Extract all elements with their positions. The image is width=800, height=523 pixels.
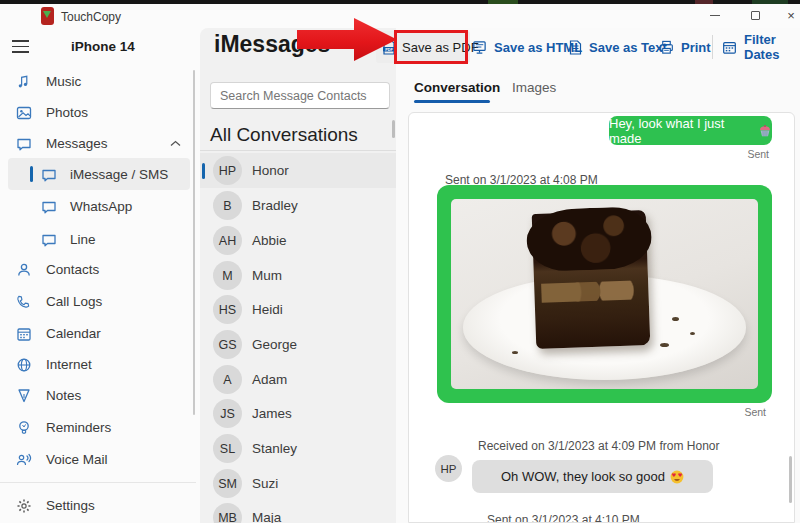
calendar-icon	[15, 325, 32, 342]
avatar: SM	[213, 469, 242, 498]
conversation-row-stanley[interactable]: SL Stanley	[200, 431, 396, 466]
chat-bubble-icon	[40, 198, 57, 215]
music-note-icon	[15, 73, 32, 90]
sidebar-item-voice-mail[interactable]: Voice Mail	[0, 444, 196, 475]
conversation-row-maja[interactable]: MB Maja	[200, 500, 396, 523]
sidebar-item-whatsapp[interactable]: WhatsApp	[0, 191, 196, 222]
chat-bubble-icon	[15, 135, 32, 152]
globe-icon	[15, 356, 32, 373]
avatar: HP	[213, 156, 242, 185]
calendar-filter-icon	[722, 40, 737, 55]
avatar: HP	[435, 455, 462, 482]
chat-bubble-icon	[40, 166, 57, 183]
tab-images[interactable]: Images	[512, 80, 556, 95]
avatar: MB	[213, 503, 242, 523]
sidebar-item-music[interactable]: Music	[0, 66, 196, 97]
brownie-photo	[451, 199, 758, 389]
close-button[interactable]: ×	[776, 4, 800, 26]
avatar: AH	[213, 226, 242, 255]
photos-icon	[15, 104, 32, 121]
sidebar-item-call-logs[interactable]: Call Logs	[0, 286, 196, 317]
voicemail-person-icon	[15, 451, 32, 468]
conversation-row-honor[interactable]: HP Honor	[200, 153, 396, 188]
text-document-icon	[569, 40, 582, 55]
sidebar-item-photos[interactable]: Photos	[0, 97, 196, 128]
maximize-button[interactable]	[740, 4, 770, 26]
annotation-highlight-box	[394, 30, 468, 64]
sent-image-bubble	[437, 185, 772, 403]
cupcake-emoji	[758, 124, 772, 138]
print-button[interactable]: Print	[659, 33, 711, 61]
conversation-row-bradley[interactable]: B Bradley	[200, 188, 396, 223]
conversation-row-suzi[interactable]: SM Suzi	[200, 466, 396, 501]
minimize-button[interactable]	[700, 4, 730, 26]
html-page-icon	[472, 40, 487, 55]
avatar: JS	[213, 399, 242, 428]
section-title: All Conversations	[210, 124, 358, 146]
brownie-graphic	[532, 210, 650, 349]
conversation-row-adam[interactable]: A Adam	[200, 362, 396, 397]
touchcopy-logo-icon	[41, 7, 54, 25]
avatar: GS	[213, 330, 242, 359]
phone-icon	[15, 293, 32, 310]
person-icon	[15, 261, 32, 278]
thread-scrollbar[interactable]	[789, 456, 792, 503]
printer-icon	[659, 40, 674, 55]
sent-message-bubble: Hey, look what I just made	[609, 116, 772, 145]
sidebar-item-internet[interactable]: Internet	[0, 349, 196, 380]
timestamp-caption: Sent on 3/1/2023 at 4:10 PM	[487, 513, 640, 523]
svg-text:♥: ♥	[678, 472, 683, 478]
conversation-row-james[interactable]: JS James	[200, 396, 396, 431]
avatar: HS	[213, 295, 242, 324]
app-title: TouchCopy	[61, 10, 121, 24]
message-status: Sent	[747, 148, 769, 160]
sidebar-item-line[interactable]: Line	[0, 224, 196, 255]
timestamp-caption: Received on 3/1/2023 at 4:09 PM from Hon…	[478, 439, 719, 453]
svg-text:PDF: PDF	[385, 48, 393, 52]
hamburger-menu-icon[interactable]	[12, 40, 29, 53]
heart-eyes-emoji: ♥♥	[670, 470, 684, 484]
message-thread: Hey, look what I just made Sent Sent on …	[408, 112, 795, 523]
svg-text:♥: ♥	[672, 472, 677, 478]
received-message-bubble: Oh WOW, they look so good ♥♥	[472, 460, 713, 493]
touchcopy-window: TouchCopy × iPhone 14 Music Photos Messa…	[0, 0, 800, 523]
save-as-html-button[interactable]: Save as HTML	[472, 33, 582, 61]
save-as-text-button[interactable]: Save as Text	[569, 33, 667, 61]
title-bar: TouchCopy ×	[0, 4, 800, 28]
search-input[interactable]	[210, 82, 390, 109]
lightbulb-icon	[15, 419, 32, 436]
chevron-up-icon[interactable]	[170, 140, 181, 147]
conversation-row-mum[interactable]: M Mum	[200, 258, 396, 293]
device-name: iPhone 14	[58, 39, 148, 54]
tab-conversation[interactable]: Conversation	[414, 80, 500, 95]
avatar: SL	[213, 434, 242, 463]
sidebar-item-imessage-sms[interactable]: iMessage / SMS	[0, 159, 196, 190]
avatar: A	[213, 365, 242, 394]
active-tab-indicator	[414, 100, 490, 103]
conversation-row-abbie[interactable]: AH Abbie	[200, 223, 396, 258]
avatar: M	[213, 261, 242, 290]
conversation-row-george[interactable]: GS George	[200, 327, 396, 362]
avatar: B	[213, 191, 242, 220]
sidebar-item-settings[interactable]: Settings	[0, 490, 196, 521]
pen-nib-icon	[15, 387, 32, 404]
message-status: Sent	[744, 406, 766, 418]
conversation-row-heidi[interactable]: HS Heidi	[200, 292, 396, 327]
list-divider	[200, 150, 396, 151]
list-scrollbar[interactable]	[392, 120, 395, 138]
sidebar-divider	[0, 482, 196, 483]
sidebar-item-contacts[interactable]: Contacts	[0, 254, 196, 285]
sidebar-item-reminders[interactable]: Reminders	[0, 412, 196, 443]
sidebar-item-calendar[interactable]: Calendar	[0, 318, 196, 349]
sidebar-item-notes[interactable]: Notes	[0, 380, 196, 411]
toolbar-divider	[712, 35, 713, 59]
gear-icon	[15, 497, 32, 514]
sidebar-item-messages[interactable]: Messages	[0, 128, 196, 159]
sidebar-scrollbar[interactable]	[193, 70, 195, 415]
chat-bubble-icon	[40, 231, 57, 248]
filter-dates-button[interactable]: Filter Dates	[722, 33, 800, 61]
